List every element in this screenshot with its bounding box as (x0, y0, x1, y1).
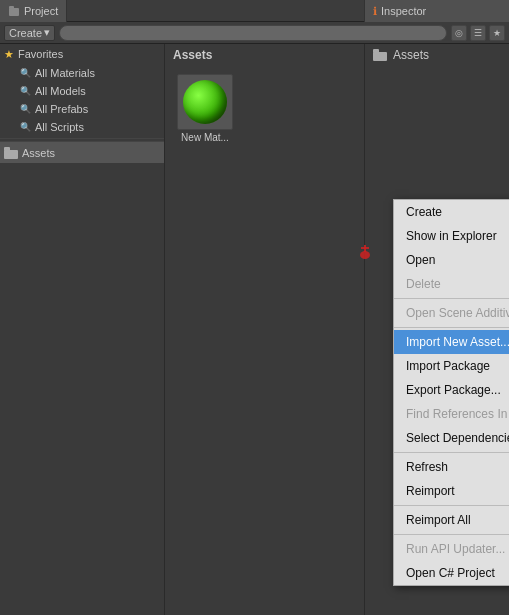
all-scripts-label: All Scripts (35, 121, 84, 133)
inspector-assets-bar: Assets (365, 44, 509, 66)
sidebar-separator (0, 138, 164, 139)
inspector-assets-label: Assets (393, 48, 429, 62)
all-materials-label: All Materials (35, 67, 95, 79)
ctx-export-package[interactable]: Export Package... (394, 378, 509, 402)
project-tab[interactable]: Project (0, 0, 67, 22)
search-icon-materials: 🔍 (20, 68, 31, 78)
ctx-export-package-label: Export Package... (406, 383, 501, 397)
assets-panel: Assets New Mat... Create ▶ (165, 44, 509, 615)
svg-rect-3 (4, 147, 10, 151)
sidebar-item-all-scripts[interactable]: 🔍 All Scripts (0, 118, 164, 136)
ctx-open-scene-additive-label: Open Scene Additive (406, 306, 509, 320)
svg-rect-1 (9, 6, 14, 9)
inspector-tab-label: Inspector (381, 5, 426, 17)
assets-sidebar-header[interactable]: Assets (0, 141, 164, 163)
all-models-label: All Models (35, 85, 86, 97)
ctx-import-new-asset[interactable]: Import New Asset... (394, 330, 509, 354)
ctx-import-new-asset-label: Import New Asset... (406, 335, 509, 349)
assets-panel-title: Assets (173, 48, 212, 62)
ctx-sep-4 (394, 505, 509, 506)
svg-rect-2 (4, 150, 18, 159)
ctx-open-csharp[interactable]: Open C# Project (394, 561, 509, 585)
create-arrow: ▾ (44, 26, 50, 39)
cursor-dot (358, 242, 372, 260)
folder-icon (4, 147, 18, 159)
create-label: Create (9, 27, 42, 39)
ctx-sep-3 (394, 452, 509, 453)
tab-bar: Project ℹ Inspector (0, 0, 509, 22)
all-prefabs-label: All Prefabs (35, 103, 88, 115)
ctx-show-explorer-label: Show in Explorer (406, 229, 497, 243)
ctx-select-dependencies[interactable]: Select Dependencies (394, 426, 509, 450)
favorites-header: ★ Favorites (0, 44, 164, 64)
ctx-run-api-updater-label: Run API Updater... (406, 542, 505, 556)
inspector-folder-icon (373, 49, 387, 61)
ctx-open-scene-additive: Open Scene Additive (394, 301, 509, 325)
search-icon-scripts: 🔍 (20, 122, 31, 132)
ctx-open-csharp-label: Open C# Project (406, 566, 495, 580)
create-button[interactable]: Create ▾ (4, 25, 55, 41)
ctx-reimport-all-label: Reimport All (406, 513, 471, 527)
ctx-reimport-all[interactable]: Reimport All (394, 508, 509, 532)
search-icon-models: 🔍 (20, 86, 31, 96)
star-icon: ★ (4, 48, 14, 61)
ctx-show-explorer[interactable]: Show in Explorer (394, 224, 509, 248)
ctx-find-references-label: Find References In Scene (406, 407, 509, 421)
ctx-reimport[interactable]: Reimport (394, 479, 509, 503)
ctx-reimport-label: Reimport (406, 484, 455, 498)
svg-rect-8 (373, 49, 379, 53)
ctx-run-api-updater: Run API Updater... (394, 537, 509, 561)
project-tab-icon (8, 5, 20, 17)
ctx-open[interactable]: Open (394, 248, 509, 272)
star-icon-button[interactable]: ★ (489, 25, 505, 41)
inspector-icon: ℹ (373, 5, 377, 18)
material-sphere (183, 80, 227, 124)
ctx-import-package[interactable]: Import Package ▶ (394, 354, 509, 378)
ctx-select-dependencies-label: Select Dependencies (406, 431, 509, 445)
asset-label: New Mat... (181, 132, 229, 143)
inspector-tab[interactable]: ℹ Inspector (364, 0, 509, 22)
toolbar-icons: ◎ ☰ ★ (451, 25, 505, 41)
sidebar-item-all-prefabs[interactable]: 🔍 All Prefabs (0, 100, 164, 118)
ctx-find-references: Find References In Scene (394, 402, 509, 426)
eye-icon-button[interactable]: ◎ (451, 25, 467, 41)
svg-rect-7 (373, 52, 387, 61)
ctx-open-label: Open (406, 253, 435, 267)
list-icon-button[interactable]: ☰ (470, 25, 486, 41)
assets-sidebar-label: Assets (22, 147, 55, 159)
ctx-sep-1 (394, 298, 509, 299)
sidebar: ★ Favorites 🔍 All Materials 🔍 All Models… (0, 44, 165, 615)
ctx-sep-5 (394, 534, 509, 535)
sidebar-item-all-materials[interactable]: 🔍 All Materials (0, 64, 164, 82)
search-icon-prefabs: 🔍 (20, 104, 31, 114)
asset-item-new-mat[interactable]: New Mat... (173, 74, 237, 143)
toolbar: Create ▾ ◎ ☰ ★ (0, 22, 509, 44)
sidebar-item-all-models[interactable]: 🔍 All Models (0, 82, 164, 100)
ctx-refresh-label: Refresh (406, 460, 448, 474)
project-tab-label: Project (24, 5, 58, 17)
favorites-label: Favorites (18, 48, 63, 60)
search-input[interactable] (59, 25, 447, 41)
ctx-create[interactable]: Create ▶ (394, 200, 509, 224)
ctx-import-package-label: Import Package (406, 359, 490, 373)
asset-thumbnail (177, 74, 233, 130)
main-layout: ★ Favorites 🔍 All Materials 🔍 All Models… (0, 44, 509, 615)
ctx-refresh[interactable]: Refresh Ctrl+R (394, 455, 509, 479)
ctx-sep-2 (394, 327, 509, 328)
svg-rect-0 (9, 8, 19, 16)
ctx-create-label: Create (406, 205, 442, 219)
ctx-delete-label: Delete (406, 277, 441, 291)
context-menu: Create ▶ Show in Explorer Open Delete Op… (393, 199, 509, 586)
ctx-delete: Delete (394, 272, 509, 296)
svg-point-4 (360, 251, 370, 259)
